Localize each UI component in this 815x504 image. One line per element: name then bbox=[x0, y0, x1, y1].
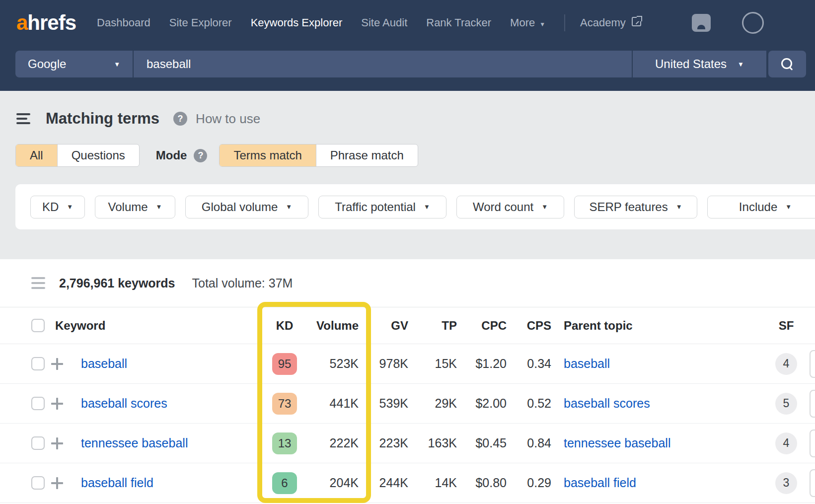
report-menu-icon[interactable] bbox=[16, 113, 30, 124]
external-link-icon bbox=[632, 17, 641, 26]
search-engine-value: Google bbox=[28, 57, 66, 71]
filter-kd[interactable]: KD▼ bbox=[30, 196, 85, 218]
filter-volume[interactable]: Volume▼ bbox=[95, 196, 175, 218]
keyword-search-bar: Google ▼ United States ▼ bbox=[15, 51, 806, 77]
cps-value: 0.29 bbox=[527, 476, 551, 490]
column-header-gv[interactable]: GV bbox=[391, 319, 408, 333]
serp-expand-button[interactable] bbox=[810, 430, 815, 457]
country-value: United States bbox=[655, 57, 727, 71]
row-checkbox[interactable] bbox=[31, 476, 45, 490]
gv-value: 244K bbox=[379, 476, 408, 490]
filter-word-count[interactable]: Word count▼ bbox=[456, 196, 564, 218]
column-header-sf[interactable]: SF bbox=[779, 319, 794, 333]
logo-accent-letter: a bbox=[16, 11, 27, 34]
filter-bar: KD▼ Volume▼ Global volume▼ Traffic poten… bbox=[15, 184, 815, 229]
kd-badge: 6 bbox=[272, 472, 297, 494]
cpc-value: $0.80 bbox=[475, 476, 507, 490]
nav-item-dashboard[interactable]: Dashboard bbox=[97, 16, 150, 29]
chevron-down-icon: ▼ bbox=[738, 61, 744, 68]
column-header-kd[interactable]: KD bbox=[276, 319, 294, 333]
kd-badge: 13 bbox=[272, 432, 297, 454]
add-to-list-icon[interactable] bbox=[51, 477, 63, 489]
column-header-cpc[interactable]: CPC bbox=[481, 319, 507, 333]
list-menu-icon[interactable] bbox=[31, 277, 45, 289]
page-title: Matching terms bbox=[46, 110, 159, 128]
sf-badge: 4 bbox=[775, 432, 797, 454]
chevron-down-icon: ▼ bbox=[541, 203, 548, 211]
row-checkbox[interactable] bbox=[31, 397, 45, 410]
search-engine-select[interactable]: Google ▼ bbox=[15, 51, 133, 77]
keyword-link[interactable]: baseball scores bbox=[81, 396, 260, 411]
column-header-tp[interactable]: TP bbox=[442, 319, 457, 333]
keyword-link[interactable]: tennessee baseball bbox=[81, 436, 260, 450]
column-header-volume[interactable]: Volume bbox=[316, 319, 359, 333]
country-select[interactable]: United States ▼ bbox=[633, 51, 766, 77]
tp-value: 163K bbox=[428, 436, 457, 450]
keyword-type-tabs: All Questions bbox=[15, 144, 140, 167]
help-icon[interactable]: ? bbox=[173, 112, 187, 126]
mode-label: Mode bbox=[156, 148, 187, 162]
serp-expand-button[interactable] bbox=[810, 350, 815, 378]
tab-phrase-match[interactable]: Phrase match bbox=[316, 144, 418, 166]
nav-item-more[interactable]: More▼ bbox=[510, 16, 545, 29]
match-mode-tabs: Terms match Phrase match bbox=[219, 144, 418, 167]
parent-topic-link[interactable]: baseball field bbox=[564, 476, 765, 490]
keyword-link[interactable]: baseball bbox=[81, 357, 260, 371]
total-volume: Total volume: 37M bbox=[192, 276, 293, 290]
chevron-down-icon: ▼ bbox=[539, 21, 545, 28]
filter-global-volume[interactable]: Global volume▼ bbox=[185, 196, 308, 218]
row-checkbox[interactable] bbox=[31, 436, 45, 450]
filter-serp-features[interactable]: SERP features▼ bbox=[574, 196, 697, 218]
how-to-use-link[interactable]: How to use bbox=[196, 111, 260, 127]
nav-item-site-explorer[interactable]: Site Explorer bbox=[169, 16, 232, 29]
keyword-query-input[interactable] bbox=[134, 51, 632, 77]
ahrefs-logo[interactable]: ahrefs bbox=[16, 11, 76, 35]
avatar[interactable] bbox=[742, 12, 764, 34]
search-button[interactable] bbox=[768, 51, 806, 77]
chevron-down-icon: ▼ bbox=[785, 203, 792, 211]
column-header-cps[interactable]: CPS bbox=[527, 319, 551, 333]
mode-help-icon[interactable]: ? bbox=[194, 149, 207, 162]
parent-topic-link[interactable]: baseball scores bbox=[564, 396, 765, 411]
tp-value: 29K bbox=[435, 396, 457, 411]
volume-value: 523K bbox=[330, 357, 359, 371]
gv-value: 539K bbox=[379, 396, 408, 411]
parent-topic-link[interactable]: tennessee baseball bbox=[564, 436, 765, 450]
column-header-parent-topic[interactable]: Parent topic bbox=[564, 319, 765, 333]
sf-badge: 5 bbox=[775, 393, 797, 415]
tab-all[interactable]: All bbox=[16, 144, 57, 166]
serp-expand-button[interactable] bbox=[810, 390, 815, 418]
add-to-list-icon[interactable] bbox=[51, 398, 63, 410]
serp-expand-button[interactable] bbox=[810, 469, 815, 497]
tab-terms-match[interactable]: Terms match bbox=[220, 144, 315, 166]
parent-topic-link[interactable]: baseball bbox=[564, 357, 765, 371]
gv-value: 223K bbox=[379, 436, 408, 450]
tp-value: 15K bbox=[435, 357, 457, 371]
nav-item-keywords-explorer[interactable]: Keywords Explorer bbox=[251, 16, 343, 29]
tab-questions[interactable]: Questions bbox=[57, 144, 139, 166]
nav-item-rank-tracker[interactable]: Rank Tracker bbox=[426, 16, 491, 29]
nav-item-academy[interactable]: Academy bbox=[580, 16, 641, 29]
filter-include[interactable]: Include▼ bbox=[707, 196, 815, 218]
row-checkbox[interactable] bbox=[31, 357, 45, 370]
mobile-app-icon[interactable] bbox=[692, 14, 711, 32]
main-nav: ahrefs Dashboard Site Explorer Keywords … bbox=[0, 0, 815, 46]
sf-badge: 4 bbox=[775, 353, 797, 375]
table-header-row: Keyword KD Volume GV TP CPC CPS Parent t… bbox=[0, 307, 815, 344]
keyword-link[interactable]: baseball field bbox=[81, 476, 260, 490]
sf-badge: 3 bbox=[775, 472, 797, 494]
nav-item-site-audit[interactable]: Site Audit bbox=[361, 16, 407, 29]
cps-value: 0.84 bbox=[527, 436, 551, 450]
chevron-down-icon: ▼ bbox=[156, 203, 162, 211]
add-to-list-icon[interactable] bbox=[51, 358, 63, 370]
keyword-count: 2,796,961 keywords bbox=[59, 276, 175, 290]
select-all-checkbox[interactable] bbox=[31, 319, 45, 332]
chevron-down-icon: ▼ bbox=[424, 203, 430, 211]
add-to-list-icon[interactable] bbox=[51, 437, 63, 449]
column-header-keyword[interactable]: Keyword bbox=[51, 319, 260, 333]
gv-value: 978K bbox=[379, 357, 408, 371]
top-header: ahrefs Dashboard Site Explorer Keywords … bbox=[0, 0, 815, 91]
table-row: baseball field 6 204K 244K 14K $0.80 0.2… bbox=[0, 463, 815, 503]
cps-value: 0.34 bbox=[527, 357, 551, 371]
filter-traffic-potential[interactable]: Traffic potential▼ bbox=[318, 196, 446, 218]
